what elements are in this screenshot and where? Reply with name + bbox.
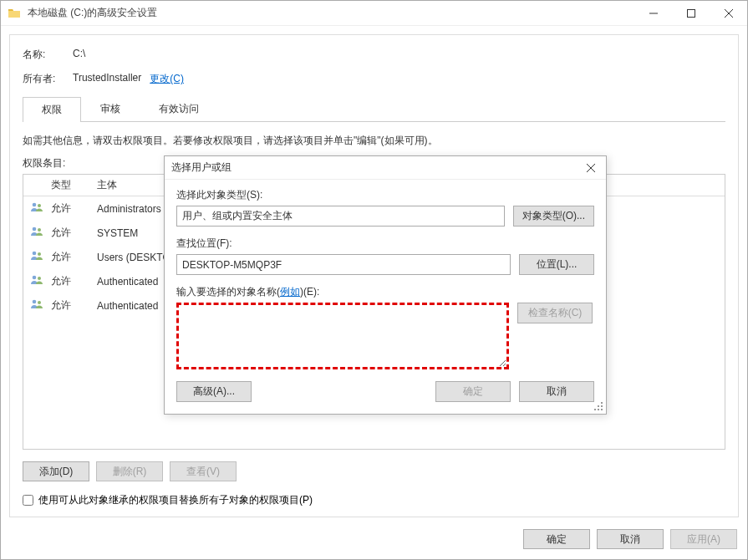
svg-rect-16 <box>601 409 603 410</box>
svg-point-1 <box>33 203 37 207</box>
add-button[interactable]: 添加(D) <box>23 461 89 481</box>
svg-point-5 <box>33 252 37 256</box>
replace-inheritance-label: 使用可从此对象继承的权限项目替换所有子对象的权限项目(P) <box>38 493 313 507</box>
cancel-button[interactable]: 取消 <box>597 529 664 549</box>
svg-rect-12 <box>598 405 599 407</box>
replace-inheritance-input[interactable] <box>23 495 33 506</box>
svg-point-3 <box>33 227 37 232</box>
svg-point-9 <box>33 300 37 304</box>
name-label: 名称: <box>23 48 73 62</box>
svg-point-4 <box>38 228 41 232</box>
owner-label: 所有者: <box>23 72 73 86</box>
dialog-titlebar[interactable]: 选择用户或组 <box>165 156 606 180</box>
object-type-label: 选择此对象类型(S): <box>176 188 594 202</box>
close-button[interactable] <box>710 1 747 26</box>
svg-point-7 <box>33 276 37 280</box>
object-name-label: 输入要选择的对象名称(例如)(E): <box>176 285 594 299</box>
dialog-title: 选择用户或组 <box>171 160 579 175</box>
object-name-input[interactable] <box>176 303 509 369</box>
view-button: 查看(V) <box>170 461 237 481</box>
svg-rect-15 <box>598 409 599 410</box>
cell-type: 允许 <box>44 224 90 242</box>
users-icon <box>23 247 44 267</box>
example-link[interactable]: 例如 <box>280 286 300 298</box>
dialog-cancel-button[interactable]: 取消 <box>519 381 594 402</box>
dialog-ok-button: 确定 <box>435 381 511 402</box>
tab-effective-access[interactable]: 有效访问 <box>140 96 218 121</box>
footer-buttons: 确定 取消 应用(A) <box>523 529 737 549</box>
users-icon <box>23 199 44 218</box>
users-icon <box>23 272 44 291</box>
svg-point-8 <box>38 277 41 280</box>
minimize-button[interactable] <box>634 1 672 26</box>
ok-button[interactable]: 确定 <box>523 529 590 549</box>
advanced-button[interactable]: 高级(A)... <box>176 381 252 402</box>
change-owner-link[interactable]: 更改(C) <box>150 72 184 86</box>
titlebar[interactable]: 本地磁盘 (C:)的高级安全设置 <box>1 1 747 26</box>
cell-type: 允许 <box>44 200 90 217</box>
instruction-text: 如需其他信息，请双击权限项目。若要修改权限项目，请选择该项目并单击"编辑"(如果… <box>23 134 725 148</box>
remove-button: 删除(R) <box>96 461 163 481</box>
svg-rect-11 <box>601 402 603 404</box>
svg-rect-14 <box>594 409 596 410</box>
users-icon <box>23 296 44 315</box>
tab-auditing[interactable]: 审核 <box>81 96 140 121</box>
check-names-button: 检查名称(C) <box>517 303 593 323</box>
dialog-close-button[interactable] <box>579 158 603 178</box>
locations-button[interactable]: 位置(L)... <box>519 254 594 275</box>
svg-rect-0 <box>687 9 695 17</box>
maximize-button[interactable] <box>672 1 710 26</box>
advanced-security-window: 本地磁盘 (C:)的高级安全设置 名称: C:\ 所有者: TrustedIns… <box>0 0 748 560</box>
svg-point-6 <box>38 252 41 256</box>
cell-type: 允许 <box>44 297 90 314</box>
cell-type: 允许 <box>44 272 90 290</box>
col-type[interactable]: 类型 <box>44 175 90 196</box>
owner-value: TrustedInstaller <box>73 72 141 86</box>
svg-point-2 <box>38 204 41 207</box>
users-icon <box>23 223 44 242</box>
cell-type: 允许 <box>44 248 90 266</box>
replace-inheritance-checkbox[interactable]: 使用可从此对象继承的权限项目替换所有子对象的权限项目(P) <box>23 493 725 507</box>
select-user-or-group-dialog: 选择用户或组 选择此对象类型(S): 用户、组或内置安全主体 对象类型(O)..… <box>164 155 607 415</box>
apply-button: 应用(A) <box>670 529 737 549</box>
location-label: 查找位置(F): <box>176 237 594 251</box>
tabstrip: 权限 审核 有效访问 <box>23 96 725 122</box>
location-field: DESKTOP-M5MQP3F <box>176 254 511 275</box>
svg-rect-13 <box>601 405 603 407</box>
object-type-field: 用户、组或内置安全主体 <box>176 206 505 227</box>
object-types-button[interactable]: 对象类型(O)... <box>513 206 594 227</box>
name-value: C:\ <box>73 48 85 62</box>
tab-permissions[interactable]: 权限 <box>23 97 81 122</box>
window-title: 本地磁盘 (C:)的高级安全设置 <box>28 6 634 20</box>
svg-point-10 <box>38 301 41 304</box>
folder-icon <box>8 7 21 20</box>
resize-grip-icon[interactable] <box>594 402 604 412</box>
